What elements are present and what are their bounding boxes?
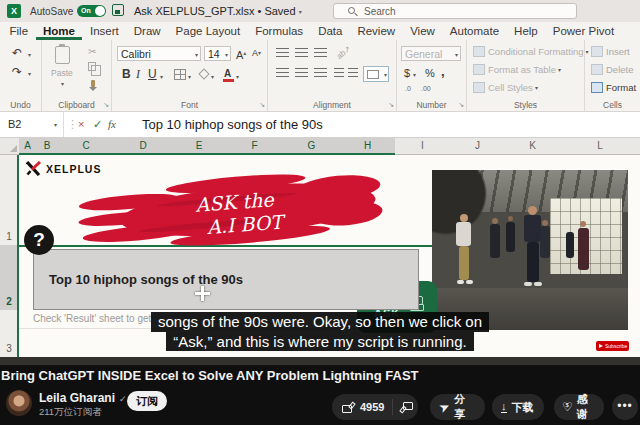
like-icon[interactable] <box>342 402 354 413</box>
column-header-f[interactable]: F <box>226 138 283 155</box>
subscribe-button[interactable]: 订阅 <box>127 391 167 411</box>
fill-color-icon[interactable] <box>198 68 209 79</box>
delete-cells-button[interactable]: Delete <box>591 64 633 75</box>
tab-power-pivot[interactable]: Power Pivot <box>545 22 621 40</box>
align-bottom-icon[interactable] <box>314 48 327 58</box>
tab-view[interactable]: View <box>403 22 443 40</box>
insert-cells-button[interactable]: Insert <box>591 46 630 57</box>
thanks-button[interactable]: ♡$ 感谢 <box>554 394 604 420</box>
tab-formulas[interactable]: Formulas <box>248 22 311 40</box>
cut-icon[interactable]: ✂ <box>88 46 96 58</box>
download-button[interactable]: ↓ 下载 <box>492 394 544 420</box>
number-format-value: General <box>405 48 442 60</box>
column-header-j[interactable]: J <box>450 138 505 155</box>
row-header-1[interactable]: 1 <box>0 155 18 245</box>
download-icon: ↓ <box>501 401 507 413</box>
align-right-icon[interactable] <box>314 68 327 78</box>
increase-decimal-icon[interactable]: .0 <box>405 85 411 92</box>
cancel-icon[interactable]: × <box>78 118 84 130</box>
font-name-value: Calibri <box>121 48 151 60</box>
search-input[interactable]: Search <box>333 3 577 19</box>
dancer-shoe <box>534 282 542 286</box>
conditional-formatting-button[interactable]: Conditional Formatting ▾ <box>473 46 589 57</box>
channel-name[interactable]: Leila Gharani✓ <box>39 391 127 405</box>
insert-function-icon[interactable]: fx <box>108 118 116 130</box>
group-label-font: Font <box>112 100 267 110</box>
align-top-icon[interactable] <box>276 48 289 58</box>
ribbon-group-clipboard: Paste ▾ ✂ ↘ Clipboard <box>42 40 112 111</box>
column-header-d[interactable]: D <box>114 138 172 155</box>
column-header-e[interactable]: E <box>172 138 226 155</box>
format-cells-button[interactable]: Format <box>591 82 636 93</box>
align-middle-icon[interactable] <box>295 48 308 58</box>
tab-automate[interactable]: Automate <box>442 22 506 40</box>
column-header-k[interactable]: K <box>505 138 560 155</box>
format-as-table-button[interactable]: Format as Table ▾ <box>473 64 561 75</box>
music-video-image <box>432 170 628 330</box>
percent-format-icon[interactable]: % <box>425 67 435 79</box>
name-box[interactable]: B2 ▾ <box>0 112 64 137</box>
row-header-2[interactable]: 2 <box>0 245 18 310</box>
decrease-indent-icon[interactable] <box>334 68 344 78</box>
orientation-icon[interactable]: ab↗ <box>335 44 353 61</box>
font-name-combobox[interactable]: Calibri ▾ <box>117 46 201 61</box>
undo-icon[interactable]: ↶ <box>12 47 22 59</box>
tab-file[interactable]: File <box>2 22 36 40</box>
chevron-down-icon: ▾ <box>455 51 458 58</box>
chevron-down-icon: ▾ <box>299 9 302 15</box>
question-textbox[interactable]: Top 10 hiphop songs of the 90s <box>33 249 419 310</box>
column-header-i[interactable]: I <box>395 138 450 155</box>
copy-icon[interactable] <box>88 62 96 71</box>
comma-format-icon[interactable]: , <box>441 66 445 78</box>
ribbon-group-cells: Insert Delete Format Cells <box>585 40 640 111</box>
number-format-combobox[interactable]: General ▾ <box>401 46 461 61</box>
tab-home[interactable]: Home <box>36 22 83 40</box>
dislike-icon[interactable] <box>401 402 413 413</box>
format-painter-icon[interactable] <box>91 80 95 87</box>
autosave-state: On <box>81 7 91 14</box>
increase-font-size-icon[interactable]: A▴ <box>236 47 246 61</box>
channel-avatar[interactable] <box>6 390 32 416</box>
formula-input[interactable]: Top 10 hiphop songs of the 90s <box>142 117 323 132</box>
decrease-decimal-icon[interactable]: .00 <box>421 85 431 92</box>
borders-icon[interactable] <box>174 69 186 80</box>
tab-review[interactable]: Review <box>350 22 403 40</box>
redo-icon[interactable]: ↷ <box>12 66 22 78</box>
autosave-toggle[interactable]: On <box>77 5 106 17</box>
underline-button[interactable]: U <box>148 68 157 80</box>
currency-format-icon[interactable]: $ <box>404 67 410 79</box>
enter-icon[interactable]: ✓ <box>93 118 102 131</box>
font-size-combobox[interactable]: 14 ▾ <box>204 46 231 61</box>
save-icon[interactable] <box>112 4 124 16</box>
align-left-icon[interactable] <box>276 68 289 78</box>
column-header-b[interactable]: B <box>36 138 58 155</box>
tab-page-layout[interactable]: Page Layout <box>168 22 248 40</box>
tab-insert[interactable]: Insert <box>82 22 126 40</box>
column-header-l[interactable]: L <box>560 138 640 155</box>
cell-styles-button[interactable]: Cell Styles ▾ <box>473 82 538 93</box>
tab-data[interactable]: Data <box>311 22 350 40</box>
select-all-corner[interactable] <box>0 138 19 155</box>
column-header-c[interactable]: C <box>58 138 114 155</box>
document-name: Ask XELPLUS_GPT.xlsx <box>134 5 254 17</box>
like-count[interactable]: 4959 <box>360 401 384 413</box>
decrease-font-size-icon[interactable]: A▾ <box>252 47 261 59</box>
player-bottom-strip <box>0 357 640 365</box>
column-header-a[interactable]: A <box>19 138 36 155</box>
more-actions-button[interactable]: ••• <box>612 394 638 420</box>
document-title[interactable]: Ask XELPLUS_GPT.xlsx • Saved ▾ <box>134 5 302 17</box>
increase-indent-icon[interactable] <box>348 68 358 78</box>
column-header-h[interactable]: H <box>340 138 395 155</box>
column-header-g[interactable]: G <box>283 138 340 155</box>
tab-help[interactable]: Help <box>507 22 546 40</box>
excel-app-icon[interactable]: X <box>7 4 21 18</box>
tab-draw[interactable]: Draw <box>126 22 168 40</box>
align-center-icon[interactable] <box>295 68 308 78</box>
excel-titlebar: X AutoSave On Ask XELPLUS_GPT.xlsx • Sav… <box>0 0 640 22</box>
font-color-icon[interactable]: A <box>224 68 231 79</box>
share-button[interactable]: ➤ 分享 <box>430 394 485 420</box>
thanks-heart-icon: ♡$ <box>562 400 573 414</box>
bold-button[interactable]: B <box>122 68 131 80</box>
italic-button[interactable]: I <box>136 68 140 80</box>
merge-center-button[interactable]: ▾ <box>363 66 389 82</box>
